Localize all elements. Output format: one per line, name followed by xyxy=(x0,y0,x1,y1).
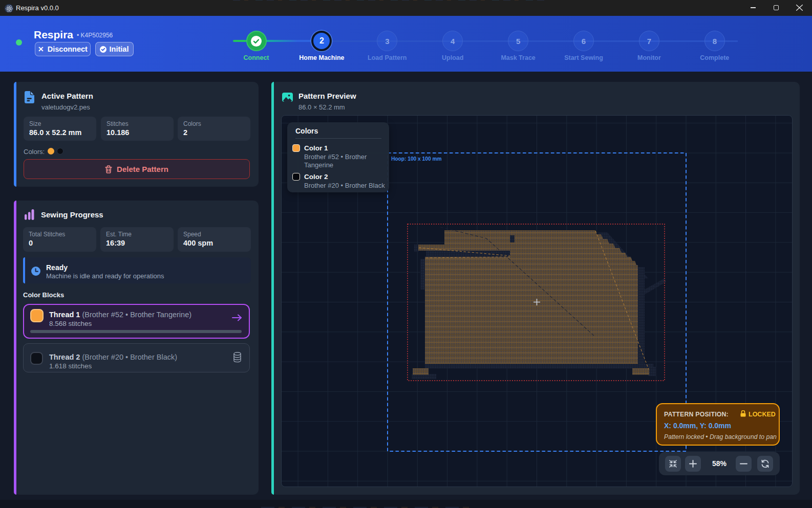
svg-text:Hoop: 100 x 100 mm: Hoop: 100 x 100 mm xyxy=(391,156,442,162)
